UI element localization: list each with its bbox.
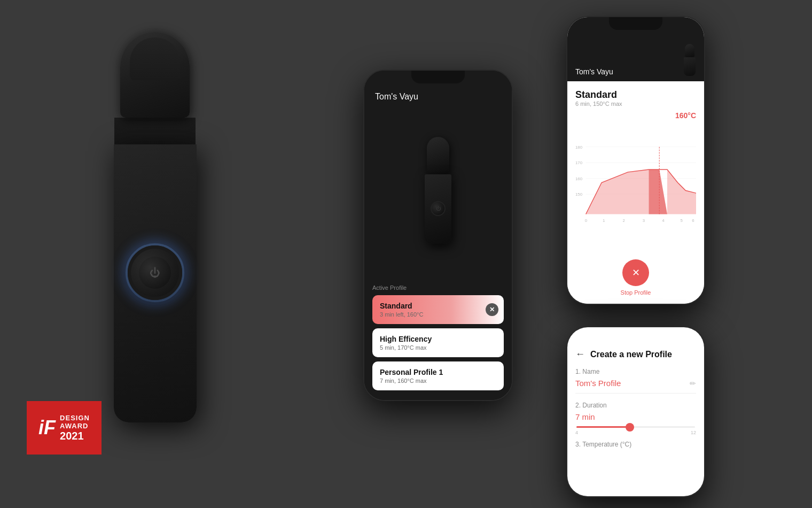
device-button-inner: ⏻ (139, 257, 171, 289)
slider-fill (576, 426, 630, 428)
top-right-phone-screen: Tom's Vayu Standard 6 min, 150°C max 160… (567, 17, 704, 304)
svg-text:4: 4 (662, 218, 665, 223)
svg-text:6: 6 (692, 218, 694, 223)
device-top-cap (120, 32, 190, 118)
award-badge: iF DESIGN AWARD 2021 (27, 401, 102, 455)
center-phone-screen: Tom's Vayu ⏻ Active Profile Standard 3 m… (364, 71, 512, 400)
chart-current-temp: 160°C (575, 111, 696, 120)
svg-text:3: 3 (643, 218, 645, 223)
profile-list-area: Active Profile Standard 3 min left, 160°… (364, 279, 512, 400)
name-field-row[interactable]: Tom's Profile ✏ (575, 379, 696, 394)
top-right-phone-title: Tom's Vayu (575, 67, 613, 76)
phone-notch-top-right (609, 17, 662, 30)
phone-notch-center (411, 71, 465, 83)
svg-text:0: 0 (585, 218, 588, 223)
profile-item-active[interactable]: Standard 3 min left, 160°C ✕ (372, 295, 504, 324)
edit-icon: ✏ (690, 379, 696, 388)
device-lower-body: ⏻ (114, 144, 197, 422)
award-award-label: AWARD (60, 422, 90, 430)
center-phone-device-image: ⏻ (364, 107, 512, 279)
profile-item-2[interactable]: Personal Profile 1 7 min, 160°C max (372, 361, 504, 390)
duration-value: 7 min (575, 412, 595, 421)
duration-section-label: 2. Duration (575, 402, 696, 409)
center-phone-title: Tom's Vayu (375, 92, 418, 101)
stop-profile-label: Stop Profile (621, 289, 651, 296)
svg-text:2: 2 (622, 218, 624, 223)
duration-slider[interactable]: 4 12 (575, 426, 696, 435)
top-right-phone: Tom's Vayu Standard 6 min, 150°C max 160… (566, 16, 705, 305)
slider-track (576, 426, 695, 428)
mini-device-top-right (683, 44, 696, 76)
active-profile-label: Active Profile (372, 284, 504, 291)
award-design-label: DESIGN (60, 414, 90, 422)
mini-device-center: ⏻ (424, 137, 453, 249)
stop-section: ✕ Stop Profile (567, 251, 704, 304)
name-section-label: 1. Name (575, 368, 696, 375)
svg-text:170: 170 (575, 160, 583, 165)
create-profile-header: ← Create a new Profile (567, 343, 704, 368)
stop-profile-button[interactable]: ✕ (622, 259, 649, 286)
svg-text:1: 1 (603, 218, 605, 223)
profile-item-name-0: Standard (380, 302, 496, 310)
award-text-block: DESIGN AWARD 2021 (60, 414, 90, 442)
slider-thumb[interactable] (626, 423, 634, 432)
profile-close-button-0[interactable]: ✕ (486, 303, 498, 316)
slider-min-label: 4 (575, 430, 578, 435)
profile-item-name-1: High Efficency (380, 335, 496, 343)
slider-max-label: 12 (691, 430, 696, 435)
name-field-value: Tom's Profile (575, 379, 621, 388)
award-if-text: iF (38, 417, 56, 439)
profile-item-name-2: Personal Profile 1 (380, 368, 496, 376)
device-connector (114, 118, 196, 144)
svg-text:160: 160 (575, 176, 583, 181)
svg-text:150: 150 (575, 192, 583, 197)
svg-marker-10 (649, 170, 667, 214)
bottom-right-phone-screen: ← Create a new Profile 1. Name Tom's Pro… (567, 327, 704, 496)
create-profile-form: 1. Name Tom's Profile ✏ 2. Duration 7 mi… (567, 368, 704, 496)
chart-area: 180 170 160 150 (575, 122, 696, 243)
chart-section: Standard 6 min, 150°C max 160°C 180 170 … (567, 81, 704, 251)
profile-item-detail-1: 5 min, 170°C max (380, 344, 496, 351)
temperature-chart: 180 170 160 150 (575, 122, 696, 243)
create-profile-title: Create a new Profile (590, 350, 672, 359)
power-icon: ⏻ (150, 267, 160, 279)
profile-item-detail-2: 7 min, 160°C max (380, 378, 496, 384)
temperature-section-label: 3. Temperature (°C) (575, 441, 696, 448)
chart-subtitle: 6 min, 150°C max (575, 101, 696, 107)
bottom-right-phone: ← Create a new Profile 1. Name Tom's Pro… (566, 326, 705, 497)
award-year: 2021 (60, 430, 90, 442)
svg-text:5: 5 (681, 218, 683, 223)
center-phone: Tom's Vayu ⏻ Active Profile Standard 3 m… (363, 70, 513, 401)
back-button[interactable]: ← (575, 349, 585, 360)
slider-labels: 4 12 (575, 430, 696, 435)
profile-item-detail-0: 3 min left, 160°C (380, 311, 496, 318)
svg-text:180: 180 (575, 145, 583, 150)
chart-title: Standard (575, 89, 696, 101)
main-device: ⏻ (64, 32, 246, 449)
device-power-button[interactable]: ⏻ (131, 249, 179, 297)
profile-item-1[interactable]: High Efficency 5 min, 170°C max (372, 328, 504, 357)
